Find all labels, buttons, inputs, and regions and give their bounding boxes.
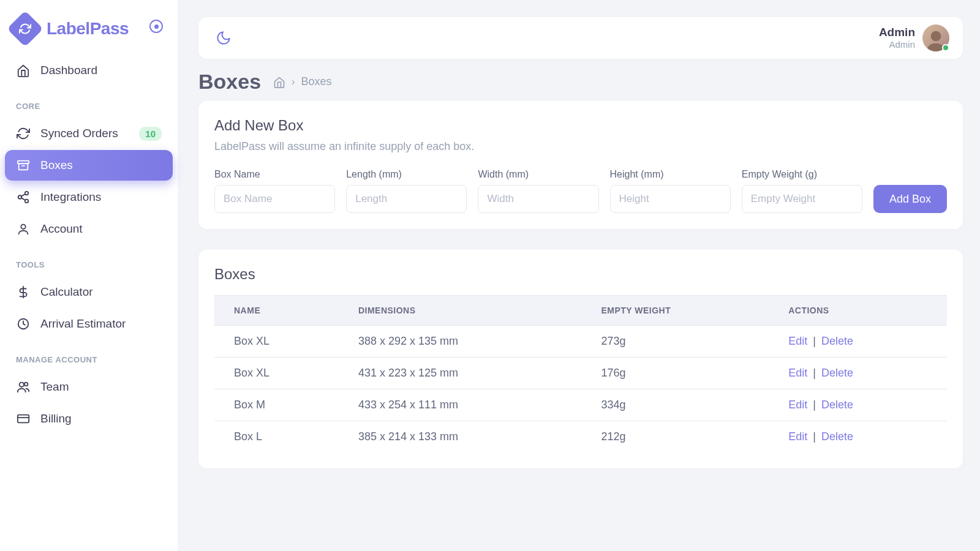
user-role: Admin xyxy=(879,39,915,50)
action-separator: | xyxy=(807,399,821,411)
collapse-sidebar-button[interactable] xyxy=(149,20,163,33)
table-row: Box XL388 x 292 x 135 mm273gEdit | Delet… xyxy=(214,326,947,358)
col-actions: ACTIONS xyxy=(769,296,947,326)
add-box-button[interactable]: Add Box xyxy=(873,185,947,213)
edit-link[interactable]: Edit xyxy=(788,367,807,379)
dark-mode-toggle[interactable] xyxy=(216,30,232,46)
sidebar-item-arrival-estimator[interactable]: Arrival Estimator xyxy=(5,309,173,339)
top-bar: Admin Admin xyxy=(198,17,963,59)
action-separator: | xyxy=(807,430,821,443)
add-box-subtitle: LabelPass will assume an infinite supply… xyxy=(214,140,947,153)
page-title: Boxes xyxy=(198,70,261,94)
sidebar-item-label: Dashboard xyxy=(40,64,162,77)
sidebar-item-label: Arrival Estimator xyxy=(40,317,162,331)
sidebar-item-team[interactable]: Team xyxy=(5,372,173,402)
table-row: Box L385 x 214 x 133 mm212gEdit | Delete xyxy=(214,421,947,453)
cell-dimensions: 433 x 254 x 111 mm xyxy=(339,389,582,421)
sidebar-item-label: Boxes xyxy=(40,159,162,172)
sidebar-section-tools: TOOLS xyxy=(5,246,173,276)
sidebar-item-label: Synced Orders xyxy=(40,127,129,140)
sidebar: LabelPass Dashboard CORE Synced Orders 1… xyxy=(0,0,178,551)
svg-point-14 xyxy=(931,31,941,42)
sidebar-item-calculator[interactable]: Calculator xyxy=(5,277,173,307)
share-icon xyxy=(16,190,31,204)
svg-point-11 xyxy=(24,383,28,386)
cell-actions: Edit | Delete xyxy=(769,421,947,453)
brand-name: LabelPass xyxy=(47,19,129,39)
height-input[interactable] xyxy=(610,185,731,213)
cell-weight: 273g xyxy=(581,326,769,358)
sidebar-item-billing[interactable]: Billing xyxy=(5,403,173,434)
cell-dimensions: 385 x 214 x 133 mm xyxy=(339,421,582,453)
credit-card-icon xyxy=(16,411,31,426)
archive-icon xyxy=(16,158,31,173)
sidebar-item-label: Account xyxy=(40,222,162,236)
length-input[interactable] xyxy=(346,185,467,213)
box-name-label: Box Name xyxy=(214,169,335,180)
user-icon xyxy=(16,222,31,236)
boxes-list-card: Boxes NAME DIMENSIONS EMPTY WEIGHT ACTIO… xyxy=(198,250,963,468)
dollar-icon xyxy=(16,285,31,299)
sidebar-item-label: Team xyxy=(40,380,162,394)
weight-input[interactable] xyxy=(742,185,862,213)
delete-link[interactable]: Delete xyxy=(821,335,853,347)
edit-link[interactable]: Edit xyxy=(788,335,807,347)
add-box-title: Add New Box xyxy=(214,117,947,134)
cell-weight: 334g xyxy=(581,389,769,421)
edit-link[interactable]: Edit xyxy=(788,430,807,443)
sidebar-item-boxes[interactable]: Boxes xyxy=(5,150,173,181)
height-label: Height (mm) xyxy=(610,169,731,180)
sidebar-item-account[interactable]: Account xyxy=(5,214,173,244)
table-row: Box XL431 x 223 x 125 mm176gEdit | Delet… xyxy=(214,358,947,389)
boxes-list-title: Boxes xyxy=(214,266,947,283)
delete-link[interactable]: Delete xyxy=(821,367,853,379)
add-box-card: Add New Box LabelPass will assume an inf… xyxy=(198,101,963,229)
cell-actions: Edit | Delete xyxy=(769,358,947,389)
main-content: Admin Admin Boxes › Boxes Add New Box La… xyxy=(178,0,980,551)
cell-name: Box XL xyxy=(214,358,339,389)
svg-point-7 xyxy=(21,225,25,229)
sidebar-item-synced-orders[interactable]: Synced Orders 10 xyxy=(5,118,173,149)
cell-weight: 176g xyxy=(581,358,769,389)
weight-label: Empty Weight (g) xyxy=(742,169,862,180)
cell-name: Box L xyxy=(214,421,339,453)
cell-name: Box M xyxy=(214,389,339,421)
svg-rect-12 xyxy=(18,415,29,423)
width-label: Width (mm) xyxy=(478,169,598,180)
delete-link[interactable]: Delete xyxy=(821,430,853,443)
sidebar-item-label: Integrations xyxy=(40,190,162,204)
cell-name: Box XL xyxy=(214,326,339,358)
svg-rect-0 xyxy=(18,161,29,164)
svg-line-6 xyxy=(21,194,25,197)
sidebar-item-label: Calculator xyxy=(40,285,162,299)
sidebar-section-manage: MANAGE ACCOUNT xyxy=(5,340,173,370)
col-dimensions: DIMENSIONS xyxy=(339,296,582,326)
cell-dimensions: 388 x 292 x 135 mm xyxy=(339,326,582,358)
clock-icon xyxy=(16,317,31,331)
width-input[interactable] xyxy=(478,185,598,213)
breadcrumb-home-icon[interactable] xyxy=(273,76,285,88)
sidebar-section-core: CORE xyxy=(5,87,173,117)
cell-actions: Edit | Delete xyxy=(769,389,947,421)
action-separator: | xyxy=(807,367,821,379)
box-name-input[interactable] xyxy=(214,185,335,213)
svg-point-10 xyxy=(20,383,24,387)
sidebar-item-integrations[interactable]: Integrations xyxy=(5,182,173,212)
action-separator: | xyxy=(807,335,821,347)
breadcrumb: › Boxes xyxy=(273,75,331,88)
edit-link[interactable]: Edit xyxy=(788,399,807,411)
users-icon xyxy=(16,380,31,394)
sidebar-item-label: Billing xyxy=(40,412,162,425)
user-menu[interactable]: Admin Admin xyxy=(879,24,949,51)
online-status-icon xyxy=(942,44,949,51)
cell-dimensions: 431 x 223 x 125 mm xyxy=(339,358,582,389)
sidebar-item-dashboard[interactable]: Dashboard xyxy=(5,55,173,86)
refresh-icon xyxy=(16,126,31,141)
col-weight: EMPTY WEIGHT xyxy=(581,296,769,326)
cell-weight: 212g xyxy=(581,421,769,453)
brand[interactable]: LabelPass xyxy=(5,12,173,54)
breadcrumb-current: Boxes xyxy=(301,75,331,88)
cell-actions: Edit | Delete xyxy=(769,326,947,358)
delete-link[interactable]: Delete xyxy=(821,399,853,411)
col-name: NAME xyxy=(214,296,339,326)
